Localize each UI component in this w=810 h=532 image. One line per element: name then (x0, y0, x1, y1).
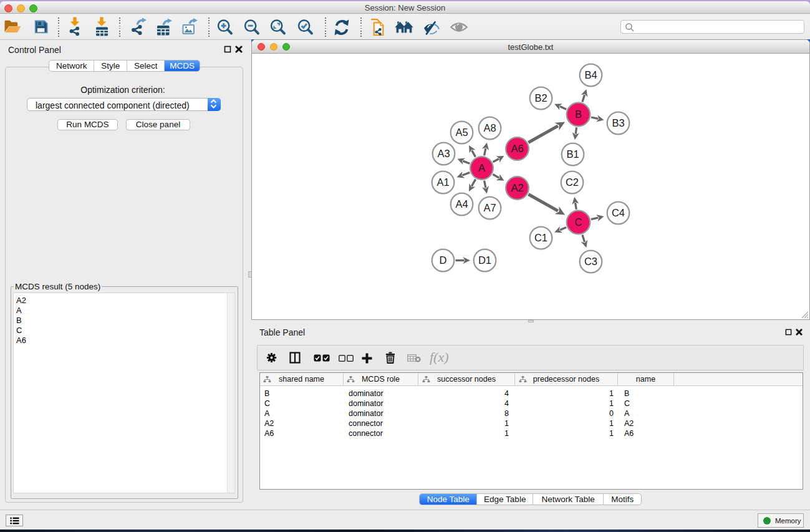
svg-text:A3: A3 (437, 148, 450, 159)
svg-text:B3: B3 (612, 117, 624, 128)
svg-text:A5: A5 (455, 127, 468, 138)
svg-text:B1: B1 (566, 148, 579, 160)
svg-text:A2: A2 (511, 182, 523, 193)
svg-text:C2: C2 (565, 177, 578, 188)
svg-text:D: D (439, 254, 446, 266)
svg-text:A: A (478, 162, 485, 173)
svg-text:C3: C3 (584, 256, 597, 267)
svg-text:A4: A4 (455, 198, 468, 210)
svg-text:B: B (574, 109, 581, 120)
svg-text:A1: A1 (436, 177, 449, 188)
svg-text:D1: D1 (478, 254, 491, 266)
svg-text:A6: A6 (511, 143, 523, 154)
svg-text:A8: A8 (483, 122, 496, 133)
svg-text:B2: B2 (534, 92, 547, 104)
svg-text:B4: B4 (584, 69, 597, 80)
svg-text:C: C (574, 216, 582, 228)
svg-text:A7: A7 (483, 202, 496, 213)
svg-text:C1: C1 (534, 232, 547, 243)
svg-text:C4: C4 (611, 207, 624, 218)
